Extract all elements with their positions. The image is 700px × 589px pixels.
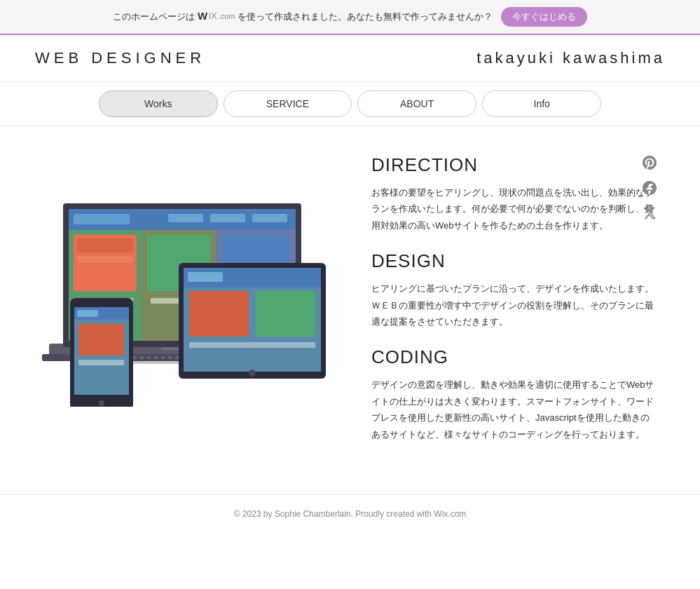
svg-rect-7 — [210, 214, 245, 222]
nav-item-about[interactable]: ABOUT — [357, 90, 476, 117]
svg-rect-65 — [78, 324, 124, 356]
coding-section: CODING デザインの意図を理解し、動きや効果を適切に使用することでWebサイ… — [371, 346, 658, 442]
svg-rect-34 — [161, 356, 165, 359]
site-title-right: takayuki kawashima — [476, 49, 665, 67]
direction-body: お客様の要望をヒアリングし、現状の問題点を洗い出し、効果的なプランを作成いたしま… — [371, 184, 658, 233]
svg-rect-14 — [77, 238, 133, 252]
header: WEB DESIGNER takayuki kawashima — [0, 35, 700, 82]
wix-com-text: .com — [219, 12, 235, 20]
footer-text: © 2023 by Sophie Chamberlain. Proudly cr… — [234, 509, 467, 519]
social-icons — [641, 154, 658, 222]
top-banner: このホームページは WiX.com を使って作成されました。あなたも無料で作って… — [0, 0, 700, 35]
design-section: DESIGN ヒアリングに基づいたプランに沿って、デザインを作成いたします。ＷＥ… — [371, 250, 658, 330]
start-button[interactable]: 今すぐはじめる — [501, 7, 587, 27]
svg-rect-5 — [74, 214, 130, 224]
navigation: Works SERVICE ABOUT Info — [0, 82, 700, 126]
design-body: ヒアリングに基づいたプランに沿って、デザインを作成いたします。ＷＥＢの重要性が増… — [371, 280, 658, 330]
text-content: DIRECTION お客様の要望をヒアリングし、現状の問題点を洗い出し、効果的な… — [371, 147, 658, 459]
svg-rect-54 — [188, 272, 223, 282]
main-content: DIRECTION お客様の要望をヒアリングし、現状の問題点を洗い出し、効果的な… — [0, 126, 700, 480]
svg-rect-8 — [252, 214, 287, 222]
svg-rect-32 — [147, 356, 151, 359]
nav-item-works[interactable]: Works — [99, 90, 218, 117]
wix-ix-letters: iX — [209, 11, 217, 21]
nav-item-service[interactable]: SERVICE — [224, 90, 352, 117]
coding-title: CODING — [371, 346, 658, 368]
footer: © 2023 by Sophie Chamberlain. Proudly cr… — [0, 494, 700, 533]
svg-rect-36 — [175, 356, 179, 359]
direction-section: DIRECTION お客様の要望をヒアリングし、現状の問題点を洗い出し、効果的な… — [371, 154, 658, 233]
svg-rect-33 — [154, 356, 158, 359]
svg-rect-35 — [168, 356, 172, 359]
nav-item-info[interactable]: Info — [482, 90, 601, 117]
wix-w-letter: W — [198, 10, 207, 22]
x-icon[interactable] — [641, 205, 658, 222]
facebook-icon[interactable] — [641, 180, 658, 196]
svg-rect-66 — [78, 360, 124, 365]
svg-rect-57 — [256, 291, 315, 337]
coding-body: デザインの意図を理解し、動きや効果を適切に使用することでWebサイトの仕上がりは… — [371, 377, 658, 442]
banner-text-after: を使って作成されました。あなたも無料で作ってみませんか？ — [238, 11, 493, 22]
wix-logo: WiX.com — [198, 10, 235, 22]
pinterest-icon[interactable] — [641, 154, 658, 171]
banner-text-before: このホームページは — [113, 11, 195, 22]
device-illustration — [42, 147, 336, 407]
svg-rect-6 — [168, 214, 203, 222]
direction-title: DIRECTION — [371, 154, 658, 176]
svg-rect-31 — [140, 356, 144, 359]
svg-point-59 — [249, 370, 256, 377]
svg-rect-15 — [77, 256, 133, 263]
design-title: DESIGN — [371, 250, 658, 272]
device-image-container — [42, 147, 343, 409]
svg-rect-56 — [189, 291, 249, 337]
svg-rect-58 — [189, 342, 315, 348]
svg-rect-63 — [77, 310, 98, 317]
svg-rect-30 — [133, 356, 137, 359]
site-title-left: WEB DESIGNER — [35, 49, 205, 67]
svg-point-67 — [99, 400, 104, 406]
